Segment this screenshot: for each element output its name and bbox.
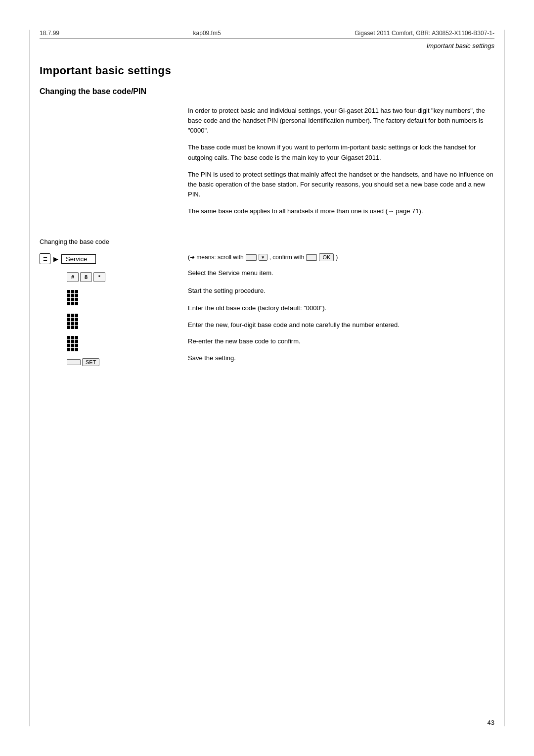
header-file: kap09.fm5 <box>193 30 221 37</box>
paragraph-3: The PIN is used to protect settings that… <box>188 170 494 199</box>
hash-key: # <box>67 272 79 282</box>
header-product: Gigaset 2011 Comfort, GBR: A30852-X1106-… <box>355 30 494 37</box>
ok-button-inline: OK <box>319 253 334 261</box>
scroll-softkey <box>246 254 257 261</box>
set-button: SET <box>82 358 99 366</box>
service-box: Service <box>61 254 96 264</box>
subsection-label: Changing the base code <box>40 238 494 245</box>
keypad-icon-5 <box>67 336 78 351</box>
step-desc-5: Re-enter the new base code to confirm. <box>188 336 494 346</box>
paragraph-4: The same base code applies to all handse… <box>188 206 494 216</box>
content-area: In order to protect basic and individual… <box>40 106 494 223</box>
scroll-note: (➜ means: scroll with , confirm with OK … <box>188 253 494 261</box>
paragraph-2: The base code must be known if you want … <box>188 142 494 162</box>
arrow-icon: ▶ <box>53 255 58 263</box>
page-number: 43 <box>488 719 494 726</box>
step-row-6: SET <box>40 358 178 366</box>
step-desc-4: Enter the new, four-digit base code and … <box>188 320 494 330</box>
scroll-confirm-text: , confirm with <box>269 254 305 261</box>
star-key: * <box>93 272 105 282</box>
keypad-icon-4 <box>67 314 78 329</box>
header-meta: 18.7.99 kap09.fm5 Gigaset 2011 Comfort, … <box>40 30 494 37</box>
menu-icon: ☰ <box>40 253 50 264</box>
step-desc-1: Select the Service menu item. <box>188 268 494 278</box>
header-rule <box>40 39 494 39</box>
keypad-row-2: # 8 * <box>67 272 105 282</box>
steps-left: ☰ ▶ Service # 8 * <box>40 253 178 373</box>
left-col <box>40 106 178 223</box>
step-row-3 <box>40 290 178 305</box>
step-row-4 <box>40 312 178 329</box>
step-desc-6: Save the setting. <box>188 353 494 363</box>
softkey-left <box>67 359 81 365</box>
header-date: 18.7.99 <box>40 30 59 37</box>
header-title: Important basic settings <box>40 42 494 49</box>
keypad-icon-3 <box>67 290 78 305</box>
step-icon-1: ☰ ▶ Service <box>40 253 96 264</box>
section-heading: Changing the base code/PIN <box>40 87 494 96</box>
step-desc-2: Start the setting procedure. <box>188 286 494 296</box>
scroll-down-icon <box>259 254 267 261</box>
step-row-2: # 8 * <box>40 272 178 282</box>
steps-right: (➜ means: scroll with , confirm with OK … <box>178 253 494 373</box>
eight-key: 8 <box>80 272 92 282</box>
page-title: Important basic settings <box>40 64 494 77</box>
page: 18.7.99 kap09.fm5 Gigaset 2011 Comfort, … <box>0 0 534 756</box>
step-row-5 <box>40 336 178 351</box>
margin-line-left <box>30 30 30 726</box>
paren-close: ) <box>336 254 338 261</box>
confirm-softkey <box>306 254 317 261</box>
step-desc-3: Enter the old base code (factory default… <box>188 303 494 313</box>
margin-line-right <box>504 30 504 726</box>
paragraph-1: In order to protect basic and individual… <box>188 106 494 136</box>
scroll-note-text: (➜ means: scroll with <box>188 254 244 261</box>
right-col: In order to protect basic and individual… <box>178 106 494 223</box>
steps-area: ☰ ▶ Service # 8 * <box>40 253 494 373</box>
step-row-1: ☰ ▶ Service <box>40 253 178 264</box>
